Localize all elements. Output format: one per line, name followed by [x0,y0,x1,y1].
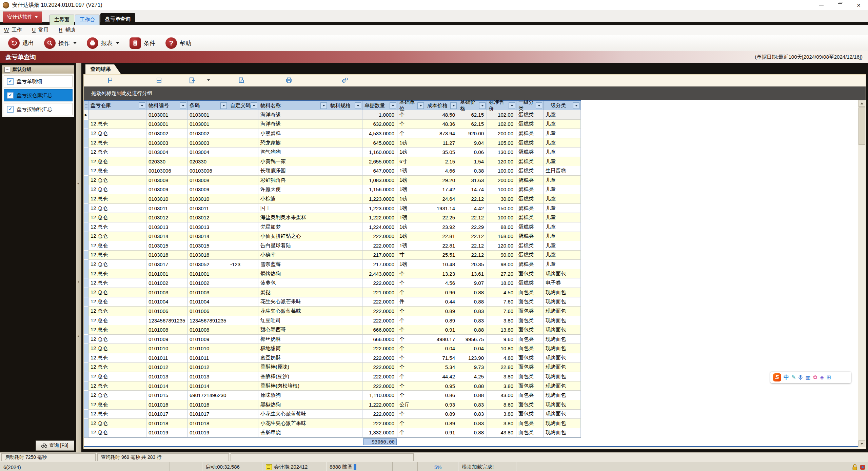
scroll-down-button[interactable] [859,440,865,447]
cell[interactable] [228,297,258,307]
cell[interactable]: 12 总仓 [88,120,146,129]
toolbar-button-退出[interactable]: 退出 [5,36,37,50]
cell[interactable]: 0101013 [146,372,188,381]
row-indicator[interactable] [84,419,88,428]
cell[interactable]: 0103014 [188,232,228,241]
cell[interactable] [228,148,258,157]
cell[interactable]: 31.63 [458,176,487,185]
cell[interactable]: 1磅 [397,241,425,251]
cell[interactable]: 1,110.0000 [362,391,397,400]
filter-button[interactable] [509,102,515,109]
cell[interactable]: 150.00 [487,204,516,213]
cell[interactable]: 666.0000 [362,325,397,335]
filter-button[interactable] [139,102,145,109]
cell[interactable] [228,372,258,381]
sidebar-item-盘亏按物料汇总[interactable]: ✓盘亏按物料汇总 [4,103,73,115]
cell[interactable]: 29.20 [425,176,458,185]
cell[interactable]: 71.54 [425,353,458,363]
cell[interactable]: 88.00 [487,222,516,232]
cell[interactable] [228,419,258,428]
cell[interactable]: 98.00 [487,260,516,269]
cell[interactable]: 1.0000 [362,110,397,120]
cell[interactable]: 100.00 [487,166,516,176]
table-row[interactable]: 12 总仓01010120101012香酥棒(原味)222.0000个5.349… [84,363,581,372]
table-row[interactable]: 12 总仓01010170101017小花生夹心派蓝莓味222.0000个0.8… [84,410,581,419]
cell[interactable]: 个 [397,381,425,391]
cell[interactable]: 生日蛋糕 [544,166,581,176]
checkbox-icon[interactable]: ✓ [7,106,14,113]
cell[interactable]: 0.04 [425,344,458,353]
cell[interactable]: 22.29 [458,222,487,232]
cell[interactable]: 雪奈蓝莓 [258,260,328,269]
cell[interactable]: 花生夹心派蓝莓味 [258,307,328,316]
cell[interactable]: 许愿天使 [258,185,328,195]
cell[interactable]: 香酥棒(肉松培根) [258,381,328,391]
cell[interactable]: 4.66 [425,166,458,176]
filter-button[interactable] [479,102,486,109]
cell[interactable]: 0103012 [188,213,228,222]
cell[interactable]: 0103002 [188,129,228,138]
cell[interactable] [328,241,362,251]
export-icon[interactable] [189,77,196,84]
cell[interactable]: 儿童 [544,157,581,166]
column-header-物料编号[interactable]: 物料编号 [146,101,188,110]
cell[interactable]: 个 [397,120,425,129]
cell[interactable]: 48.36 [425,120,458,129]
cell[interactable]: 0101011 [146,353,188,363]
cell[interactable]: 个 [397,269,425,279]
cell[interactable]: 黑椒热狗 [258,400,328,410]
ime-skin-icon[interactable]: ◈ [820,375,824,380]
row-indicator[interactable] [84,232,88,241]
cell[interactable]: 0103010 [188,194,228,204]
row-indicator[interactable] [84,269,88,279]
cell[interactable]: 原味热狗 [258,391,328,400]
cell[interactable]: 0103002 [146,129,188,138]
cell[interactable]: 个 [397,419,425,428]
cell[interactable] [328,204,362,213]
cell[interactable]: 0.88 [458,325,487,335]
cell[interactable]: 100.00 [487,185,516,195]
cell[interactable]: 0101009 [146,335,188,344]
cell[interactable]: 24.64 [425,194,458,204]
cell[interactable] [328,213,362,222]
cell[interactable]: 12 总仓 [88,278,146,288]
cell[interactable]: 3.80 [487,419,516,428]
cell[interactable]: 现烤面包 [544,372,581,381]
cell[interactable]: 0103016 [188,251,228,260]
sidebar-splitter[interactable]: ◂ ◂ ◂ [76,63,81,452]
cell[interactable] [228,410,258,419]
vertical-scrollbar[interactable] [858,100,866,447]
cell[interactable]: 0.88 [458,391,487,400]
row-indicator[interactable] [84,372,88,381]
cell[interactable]: 现烤面包 [544,316,581,326]
cell[interactable] [328,419,362,428]
cell[interactable] [328,157,362,166]
maximize-button[interactable] [831,0,849,10]
row-indicator[interactable] [84,148,88,157]
cell[interactable]: 现烤面包 [544,269,581,279]
cell[interactable]: 0.91 [425,428,458,438]
cell[interactable]: 873.94 [425,129,458,138]
cell[interactable]: 0103013 [188,222,228,232]
cell[interactable]: 海洋奇缘 [258,110,328,120]
row-indicator[interactable] [84,194,88,204]
cell[interactable]: 0101018 [146,419,188,428]
cell[interactable]: 菠萝包 [258,278,328,288]
cell[interactable] [328,176,362,185]
cell[interactable]: 面包类 [516,353,544,363]
cell[interactable]: 0103008 [146,176,188,185]
row-indicator[interactable] [84,204,88,213]
cell[interactable]: 5.34 [425,363,458,372]
cell[interactable]: 22.81 [425,232,458,241]
cell[interactable]: 0.88 [458,288,487,297]
cell[interactable]: 个 [397,428,425,438]
cell[interactable] [228,363,258,372]
cell[interactable]: 面包类 [516,381,544,391]
table-row[interactable]: 12 总仓01010100101010极地甜筒222.0000个0.040.04… [84,344,581,353]
checkbox-icon[interactable]: ✓ [7,92,14,99]
cell[interactable]: 100.00 [487,213,516,222]
cell[interactable]: 面包类 [516,428,544,438]
cell[interactable]: 现烤面包 [544,428,581,438]
table-row[interactable]: 12 总仓01030120103012海盐奥利奥水果蛋糕1,222.00001磅… [84,213,581,222]
cell[interactable]: 2,443.0000 [362,269,397,279]
